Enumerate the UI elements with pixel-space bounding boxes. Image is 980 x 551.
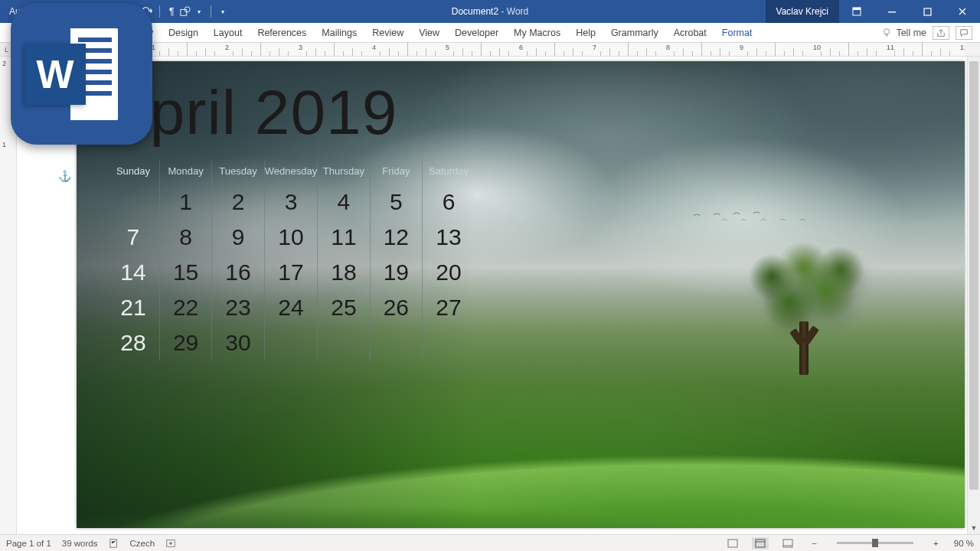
calendar-cell: 14 [107, 255, 159, 290]
calendar-cell: 3 [264, 184, 317, 220]
svg-point-9 [169, 542, 172, 545]
word-app-badge: W [11, 3, 152, 145]
zoom-value[interactable]: 90 % [954, 539, 974, 548]
calendar-cell: 2 [212, 184, 264, 220]
svg-rect-3 [853, 8, 861, 10]
calendar-cell: 18 [318, 255, 370, 290]
calendar-cell: 7 [107, 220, 159, 255]
tab-layout[interactable]: Layout [206, 23, 250, 42]
calendar-cell: 27 [423, 290, 475, 325]
calendar-cell: 1 [159, 184, 211, 220]
zoom-slider-thumb[interactable] [872, 539, 878, 547]
close-button[interactable] [945, 0, 980, 23]
tab-mymacros[interactable]: My Macros [506, 23, 568, 42]
status-words[interactable]: 39 words [62, 539, 98, 548]
tell-me-label: Tell me [896, 28, 926, 38]
tab-design[interactable]: Design [161, 23, 206, 42]
zoom-slider[interactable] [837, 542, 913, 544]
shapes-qat-icon[interactable] [180, 6, 191, 17]
calendar-day-header: Wednesday [264, 161, 317, 184]
tab-format[interactable]: Format [714, 23, 760, 42]
tab-mailings[interactable]: Mailings [314, 23, 364, 42]
tab-grammarly[interactable]: Grammarly [603, 23, 666, 42]
calendar-day-header: Friday [370, 161, 422, 184]
svg-rect-11 [756, 540, 765, 547]
tab-help[interactable]: Help [568, 23, 603, 42]
tab-developer[interactable]: Developer [447, 23, 506, 42]
calendar-cell: 13 [423, 220, 475, 255]
status-macro[interactable] [165, 538, 176, 549]
calendar-cell: 5 [370, 184, 422, 220]
calendar-cell: 20 [423, 255, 475, 290]
calendar-cell: 17 [264, 255, 317, 290]
svg-rect-10 [728, 540, 737, 547]
doc-title: Document2 [452, 6, 498, 17]
tab-review[interactable]: Review [364, 23, 411, 42]
calendar-cell: 25 [318, 290, 370, 325]
status-language[interactable]: Czech [130, 539, 155, 548]
share-icon [936, 28, 946, 37]
calendar-cell: 10 [264, 220, 317, 255]
calendar-cell: 23 [212, 290, 264, 325]
tab-view[interactable]: View [411, 23, 447, 42]
calendar-cell: 24 [264, 290, 317, 325]
scroll-down-icon[interactable]: ▼ [968, 521, 980, 534]
calendar-cell [264, 325, 317, 360]
account-button[interactable]: Vaclav Krejci [766, 0, 839, 23]
qat-dropdown-icon[interactable]: ▾ [194, 6, 204, 17]
scrollbar-thumb[interactable] [969, 61, 978, 490]
qat-customize-icon[interactable]: ▾ [217, 6, 228, 17]
app-name: Word [507, 6, 528, 17]
word-w-icon: W [24, 44, 86, 105]
tell-me-search[interactable]: Tell me [882, 28, 926, 38]
comments-button[interactable] [956, 26, 972, 40]
calendar-cell: 21 [107, 290, 159, 325]
zoom-out-button[interactable]: − [807, 539, 822, 548]
calendar-day-header: Monday [159, 161, 211, 184]
vertical-scrollbar[interactable]: ▲ ▼ [967, 57, 980, 534]
macro-record-icon [165, 538, 176, 549]
view-focus-button[interactable] [724, 537, 741, 549]
svg-rect-0 [181, 9, 187, 15]
calendar-cell: 6 [423, 184, 475, 220]
calendar-cell: 11 [318, 220, 370, 255]
calendar-day-header: Tuesday [212, 161, 264, 184]
calendar-cell [370, 325, 422, 360]
ribbon-display-button[interactable] [839, 0, 874, 23]
share-button[interactable] [933, 26, 949, 40]
calendar-cell: 26 [370, 290, 422, 325]
tab-references[interactable]: References [250, 23, 314, 42]
comment-icon [959, 28, 969, 37]
calendar-cell: 30 [212, 325, 264, 360]
tab-acrobat[interactable]: Acrobat [666, 23, 714, 42]
calendar-cell: 29 [159, 325, 211, 360]
zoom-in-button[interactable]: + [929, 539, 943, 548]
user-name: Vaclav Krejci [776, 6, 828, 17]
window-title: Document2 - Word [452, 6, 529, 17]
view-print-button[interactable] [752, 537, 769, 549]
svg-point-6 [884, 28, 890, 34]
calendar-title: April 2019 [107, 77, 521, 148]
status-page[interactable]: Page 1 of 1 [6, 539, 51, 548]
calendar-cell: 28 [107, 325, 159, 360]
calendar-cell [107, 184, 159, 220]
separator [211, 5, 211, 18]
calendar: April 2019 SundayMondayTuesdayWednesdayT… [107, 77, 521, 360]
document-page[interactable]: ︵ ︵ ︵ ︵ ︵ ︵ ︵ ︵ ︵ April 2019 SundayMonda… [77, 61, 965, 528]
calendar-cell: 12 [370, 220, 422, 255]
calendar-cell: 9 [212, 220, 264, 255]
calendar-cell: 16 [212, 255, 264, 290]
calendar-cell [318, 325, 370, 360]
calendar-cell: 22 [159, 290, 211, 325]
svg-rect-4 [888, 11, 896, 12]
maximize-button[interactable] [910, 0, 945, 23]
calendar-cell: 15 [159, 255, 211, 290]
paragraph-marks-icon[interactable]: ¶ [166, 6, 177, 17]
calendar-cell: 19 [370, 255, 422, 290]
minimize-button[interactable] [874, 0, 910, 23]
calendar-table: SundayMondayTuesdayWednesdayThursdayFrid… [107, 161, 475, 360]
status-proofing[interactable] [109, 538, 119, 549]
view-web-button[interactable] [779, 537, 796, 549]
lightbulb-icon [882, 28, 893, 38]
calendar-day-header: Saturday [423, 161, 475, 184]
